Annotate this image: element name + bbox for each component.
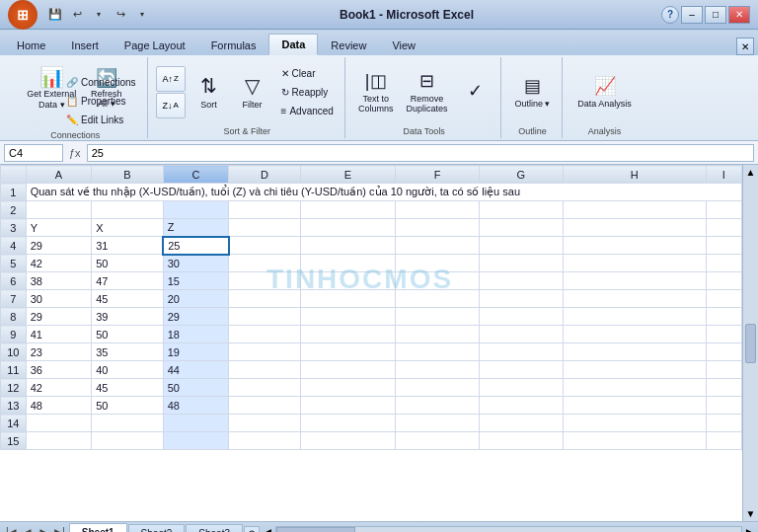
cell-a1[interactable]: Quan sát về thu nhập (X-USD/tuần), tuổi … (26, 184, 741, 201)
cell-b9[interactable]: 50 (92, 326, 164, 343)
undo-dropdown[interactable]: ▾ (89, 5, 109, 25)
cell-a2[interactable] (26, 201, 91, 219)
cell-f2[interactable] (396, 201, 480, 219)
cell-a14[interactable] (26, 415, 91, 432)
cell-e10[interactable] (300, 343, 396, 361)
cell-c7[interactable]: 20 (163, 290, 228, 308)
cell-i3[interactable] (706, 219, 741, 237)
cell-b15[interactable] (92, 432, 164, 450)
cell-c8[interactable]: 29 (163, 308, 228, 326)
cell-h8[interactable] (563, 308, 706, 326)
cell-g14[interactable] (480, 415, 564, 432)
cell-e13[interactable] (300, 397, 396, 415)
scroll-thumb-h[interactable] (276, 527, 355, 533)
cell-g2[interactable] (480, 201, 564, 219)
save-button[interactable]: 💾 (45, 5, 65, 25)
cell-d10[interactable] (229, 343, 301, 361)
cell-e2[interactable] (300, 201, 396, 219)
scroll-track[interactable] (275, 526, 742, 533)
cell-a5[interactable]: 42 (26, 255, 91, 272)
tab-home[interactable]: Home (4, 34, 58, 55)
cell-f3[interactable] (396, 219, 480, 237)
col-header-h[interactable]: H (563, 166, 706, 184)
cell-a4[interactable]: 29 (26, 237, 91, 255)
properties-button[interactable]: 📋 Properties (61, 92, 141, 110)
cell-i4[interactable] (706, 237, 741, 255)
cell-d15[interactable] (229, 432, 301, 450)
data-validation-button[interactable]: ✓ (455, 62, 494, 121)
cell-reference-box[interactable] (4, 144, 63, 162)
reapply-button[interactable]: ↻ Reapply (276, 83, 339, 101)
cell-i13[interactable] (706, 397, 741, 415)
cell-h7[interactable] (563, 290, 706, 308)
tab-formulas[interactable]: Formulas (198, 34, 269, 55)
cell-h6[interactable] (563, 272, 706, 290)
cell-e7[interactable] (300, 290, 396, 308)
cell-g12[interactable] (480, 379, 564, 397)
cell-e11[interactable] (300, 361, 396, 379)
cell-f5[interactable] (396, 255, 480, 272)
cell-h15[interactable] (563, 432, 706, 450)
cell-g5[interactable] (480, 255, 564, 272)
cell-f15[interactable] (396, 432, 480, 450)
scroll-down-button[interactable]: ▼ (743, 508, 758, 519)
undo-button[interactable]: ↩ (67, 5, 87, 25)
cell-c13[interactable]: 48 (163, 397, 228, 415)
cell-a15[interactable] (26, 432, 91, 450)
sheet-tab-sheet2[interactable]: Sheet2 (128, 524, 186, 533)
outline-button[interactable]: ▤ Outline ▾ (509, 62, 555, 121)
cell-d4[interactable] (229, 237, 301, 255)
cell-h3[interactable] (563, 219, 706, 237)
cell-h9[interactable] (563, 326, 706, 343)
cell-d7[interactable] (229, 290, 301, 308)
cell-e6[interactable] (300, 272, 396, 290)
scroll-up-button[interactable]: ▲ (743, 167, 758, 178)
cell-h10[interactable] (563, 343, 706, 361)
cell-f14[interactable] (396, 415, 480, 432)
cell-f9[interactable] (396, 326, 480, 343)
cell-b11[interactable]: 40 (92, 361, 164, 379)
cell-b2[interactable] (92, 201, 164, 219)
cell-b5[interactable]: 50 (92, 255, 164, 272)
cell-b12[interactable]: 45 (92, 379, 164, 397)
cell-c12[interactable]: 50 (163, 379, 228, 397)
help-button[interactable]: ? (661, 6, 679, 24)
col-header-c[interactable]: C (163, 166, 228, 184)
cell-d8[interactable] (229, 308, 301, 326)
cell-g3[interactable] (480, 219, 564, 237)
sheet-tab-sheet3[interactable]: Sheet3 (186, 524, 243, 533)
cell-c5[interactable]: 30 (163, 255, 228, 272)
cell-c15[interactable] (163, 432, 228, 450)
cell-h11[interactable] (563, 361, 706, 379)
cell-h12[interactable] (563, 379, 706, 397)
tab-page-layout[interactable]: Page Layout (112, 34, 198, 55)
tab-view[interactable]: View (379, 34, 428, 55)
cell-i14[interactable] (706, 415, 741, 432)
sort-button[interactable]: ⇅ Sort (190, 62, 229, 121)
col-header-b[interactable]: B (92, 166, 164, 184)
col-header-d[interactable]: D (229, 166, 301, 184)
cell-e4[interactable] (300, 237, 396, 255)
cell-a11[interactable]: 36 (26, 361, 91, 379)
advanced-button[interactable]: ≡ Advanced (276, 102, 339, 119)
col-header-g[interactable]: G (480, 166, 564, 184)
cell-g4[interactable] (480, 237, 564, 255)
cell-c2[interactable] (163, 201, 228, 219)
cell-f4[interactable] (396, 237, 480, 255)
cell-f8[interactable] (396, 308, 480, 326)
cell-e5[interactable] (300, 255, 396, 272)
cell-g8[interactable] (480, 308, 564, 326)
cell-a10[interactable]: 23 (26, 343, 91, 361)
cell-c3[interactable]: Z (163, 219, 228, 237)
sheet-prev-button[interactable]: ◄ (22, 526, 36, 532)
cell-a12[interactable]: 42 (26, 379, 91, 397)
filter-button[interactable]: ▽ Filter (233, 62, 272, 121)
cell-b13[interactable]: 50 (92, 397, 164, 415)
formula-input[interactable] (87, 144, 754, 162)
cell-d6[interactable] (229, 272, 301, 290)
cell-i7[interactable] (706, 290, 741, 308)
customize-qa[interactable]: ▾ (132, 5, 152, 25)
cell-e9[interactable] (300, 326, 396, 343)
sort-az-button[interactable]: A↑ Z (156, 66, 186, 92)
scroll-thumb[interactable] (745, 324, 756, 363)
